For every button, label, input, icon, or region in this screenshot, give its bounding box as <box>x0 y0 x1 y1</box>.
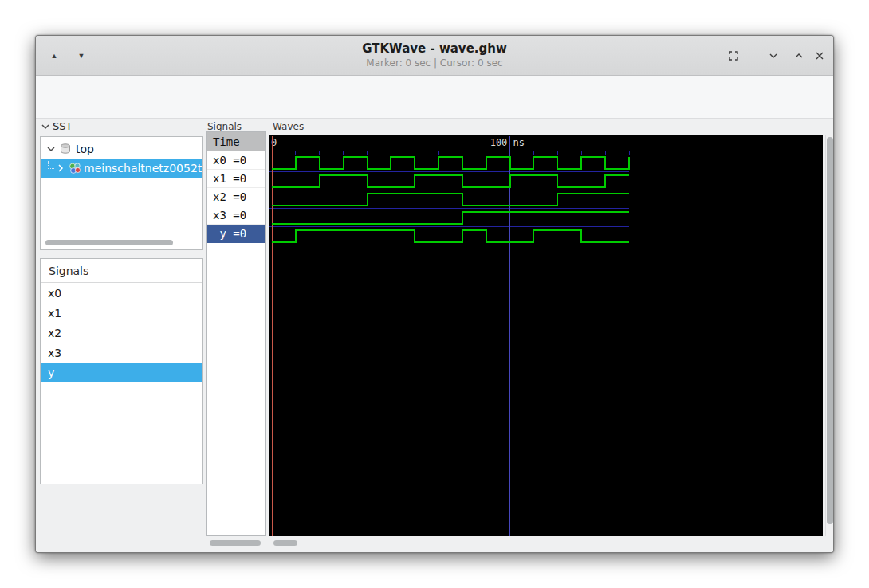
name-rows: x0 =0x1 =0x2 =0x3 =0 y =0 <box>207 151 265 243</box>
maximize-icon <box>727 49 740 62</box>
wave-canvas[interactable]: 0100 ns <box>269 135 823 536</box>
main-content: SST top meinschaltnetz0052testb <box>36 119 833 553</box>
scrollbar-thumb[interactable] <box>45 240 173 245</box>
waves-frame-text: Waves <box>273 121 304 132</box>
wave-name-row-x0[interactable]: x0 =0 <box>207 151 265 170</box>
tree-item-testbench[interactable]: meinschaltnetz0052testb <box>41 159 202 178</box>
waves-hscrollbar[interactable] <box>269 540 823 547</box>
wave-trace-x0 <box>272 157 629 169</box>
tree-guide-line <box>48 161 54 169</box>
marker-cursor-status: Marker: 0 sec | Cursor: 0 sec <box>36 57 833 69</box>
signal-list-item-y[interactable]: y <box>41 363 202 382</box>
signals-list-panel: Signals x0x1x2x3y <box>40 258 203 484</box>
module-cylinder-icon <box>59 143 72 155</box>
wave-name-row-x3[interactable]: x3 =0 <box>207 206 265 225</box>
waves-frame-label: Waves <box>273 121 826 132</box>
sst-hscrollbar[interactable] <box>42 240 200 247</box>
minimize-button[interactable] <box>765 47 782 65</box>
wave-trace-x3 <box>272 212 629 224</box>
close-button[interactable] <box>811 47 828 65</box>
restore-up-button[interactable] <box>790 47 808 65</box>
toolbar: From: To: <box>36 76 833 119</box>
signal-list: x0x1x2x3y <box>41 283 202 382</box>
signal-list-item-x3[interactable]: x3 <box>41 343 202 363</box>
tree-item-label: top <box>76 143 94 155</box>
wave-trace-y <box>272 230 629 242</box>
signal-list-item-x0[interactable]: x0 <box>41 283 202 303</box>
wave-name-row-x1[interactable]: x1 =0 <box>207 170 265 188</box>
names-frame-text: Signals <box>207 121 242 132</box>
expander-closed-icon <box>56 163 65 173</box>
svg-text:100 ns: 100 ns <box>490 137 525 148</box>
time-header: Time <box>207 132 265 151</box>
close-icon <box>813 49 826 62</box>
chevron-up-icon <box>792 49 805 62</box>
names-hscrollbar[interactable] <box>208 540 265 547</box>
tree-item-label: meinschaltnetz0052testb <box>84 162 202 174</box>
collapse-chevron-icon <box>41 122 50 131</box>
sst-header[interactable]: SST <box>41 120 72 132</box>
scrollbar-thumb[interactable] <box>273 540 297 546</box>
signals-list-header: Signals <box>41 259 202 283</box>
wave-name-row-y[interactable]: y =0 <box>207 225 265 243</box>
maximize-button[interactable] <box>725 47 742 65</box>
sst-label: SST <box>53 120 72 132</box>
wave-trace-x2 <box>272 194 629 206</box>
names-frame-label: Signals <box>207 121 265 132</box>
titlebar[interactable]: ▲ ▼ GTKWave - wave.ghw Marker: 0 sec | C… <box>36 36 833 76</box>
window-title: GTKWave - wave.ghw <box>36 41 833 56</box>
wave-name-row-x2[interactable]: x2 =0 <box>207 188 265 206</box>
waveform-svg: 0100 ns <box>269 135 823 536</box>
waves-vscrollbar[interactable] <box>825 135 833 536</box>
scrollbar-thumb[interactable] <box>210 540 261 546</box>
entity-icon <box>68 162 81 174</box>
wave-trace-x1 <box>272 175 629 187</box>
signal-list-item-x1[interactable]: x1 <box>41 303 202 323</box>
names-panel: Time x0 =0x1 =0x2 =0x3 =0 y =0 <box>206 131 266 536</box>
expander-open-icon <box>45 143 57 155</box>
signal-list-item-x2[interactable]: x2 <box>41 323 202 343</box>
chevron-down-icon <box>767 49 780 62</box>
sst-tree: top meinschaltnetz0052testb <box>40 136 203 250</box>
tree-item-top[interactable]: top <box>41 139 202 159</box>
frame-line <box>307 127 826 127</box>
frame-line <box>245 127 265 127</box>
gtkwave-window: ▲ ▼ GTKWave - wave.ghw Marker: 0 sec | C… <box>35 35 834 553</box>
scrollbar-thumb[interactable] <box>827 137 833 524</box>
